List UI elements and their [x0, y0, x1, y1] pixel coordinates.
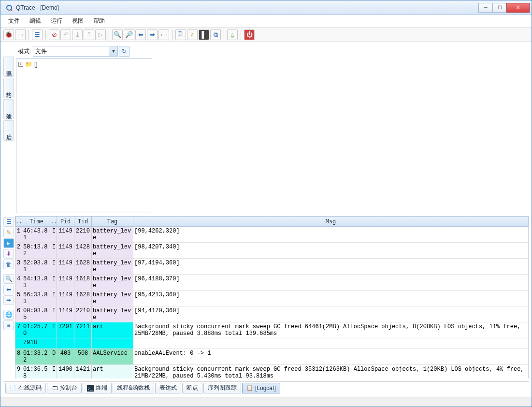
log-row[interactable]: 250:13.82I11491428battery_leve[98,4207,3… — [15, 243, 529, 259]
log-row[interactable]: 901:36.58I14001421artBackground sticky c… — [15, 365, 529, 378]
log-cell: 4 — [15, 275, 22, 291]
chevron-down-icon[interactable]: ▼ — [109, 46, 117, 56]
side-tab-remote[interactable]: 远程 — [3, 120, 14, 141]
col-tid[interactable]: Tid — [74, 216, 92, 227]
minimize-button[interactable]: ─ — [478, 3, 493, 13]
tree-view[interactable]: + 📁 [] — [16, 58, 152, 213]
log-row[interactable]: 600:03.85I11492210battery_leve[94,4170,3… — [15, 306, 529, 322]
col-level[interactable]: .. — [51, 216, 57, 227]
step-down-icon[interactable]: ⤓ — [72, 29, 83, 40]
log-cell: 1149 — [57, 227, 74, 243]
android-icon[interactable]: ⍙ — [227, 29, 238, 40]
log-cell: Background sticky concurrent mark sweep … — [133, 365, 529, 378]
tab-breakpoint[interactable]: 断点 — [182, 383, 202, 393]
log-cell: [98,4207,340] — [133, 243, 529, 259]
log-cell: 2 — [15, 243, 22, 259]
menu-run[interactable]: 运行 — [47, 15, 66, 27]
maximize-button[interactable]: ☐ — [492, 3, 507, 13]
bug-icon[interactable]: 🐞 — [3, 29, 14, 40]
nav-fwd-icon[interactable]: ➡ — [147, 29, 158, 40]
step-up-icon[interactable]: ⤒ — [84, 29, 94, 40]
rect-icon[interactable]: ▭ — [15, 29, 26, 40]
app-icon — [5, 4, 13, 12]
log-cell: 2210 — [74, 306, 92, 322]
undo-icon[interactable]: ↶ — [60, 29, 71, 40]
list-icon[interactable]: ☰ — [3, 217, 14, 227]
log-icon: 📋 — [246, 385, 253, 392]
record-icon[interactable]: ▸ — [3, 238, 14, 248]
bottom-pane: ☰ ✎ ▸ ⬇ 🗑 🔍 ⬅ ➡ 🌐 ≡ .. Time .. Pid — [3, 216, 529, 378]
tab-logcat[interactable]: 📋[Logcat] — [242, 383, 280, 393]
nav-back-icon[interactable]: ⬅ — [135, 29, 146, 40]
log-cell: 1149 — [57, 243, 74, 259]
log-cell: 1628 — [74, 259, 92, 275]
log-row[interactable]: 701:25.70I72017211artBackground sticky c… — [15, 322, 529, 338]
globe-icon[interactable]: 🌐 — [3, 310, 14, 320]
menubar: 文件 编辑 运行 视图 帮助 — [0, 15, 532, 28]
menu-edit[interactable]: 编辑 — [26, 15, 45, 27]
zoom-in-icon[interactable]: 🔍 — [112, 29, 123, 40]
nav-fwd-icon[interactable]: ➡ — [3, 295, 14, 305]
tab-online-source[interactable]: 📄在线源码 — [5, 383, 46, 393]
stop-icon[interactable]: ⊘ — [49, 29, 59, 40]
side-tab-source[interactable]: 源码 — [3, 57, 14, 77]
tree-root[interactable]: + 📁 [] — [18, 61, 150, 68]
windows-icon[interactable]: ⧉ — [210, 29, 221, 40]
trash-icon[interactable]: 🗑 — [3, 260, 14, 269]
log-row[interactable]: 352:03.81I11491628battery_leve[97,4194,3… — [15, 259, 529, 275]
log-scroll[interactable]: 146:43.81I11492210battery_leve[99,4262,3… — [15, 227, 529, 378]
blank-doc-icon[interactable]: ▭ — [158, 29, 169, 40]
console-icon[interactable]: ▌ — [199, 29, 209, 40]
bars-icon[interactable]: ≡ — [3, 320, 14, 330]
search-icon[interactable]: 🔍 — [3, 274, 14, 284]
log-row[interactable]: 801:33.22D403508AALServiceenableAALEvent… — [15, 349, 529, 365]
menu-help[interactable]: 帮助 — [89, 15, 109, 27]
separator — [109, 30, 109, 40]
log-toolbar: ☰ ✎ ▸ ⬇ 🗑 🔍 ⬅ ➡ 🌐 ≡ — [3, 216, 15, 378]
col-idx[interactable]: .. — [15, 216, 22, 227]
menu-view[interactable]: 视图 — [68, 15, 87, 27]
side-tab-resource[interactable]: 效能 — [3, 99, 14, 119]
side-tab-struct[interactable]: 结构 — [3, 78, 14, 98]
menu-file[interactable]: 文件 — [4, 15, 24, 27]
tab-threads[interactable]: 线程&函数栈 — [113, 383, 154, 393]
col-msg[interactable]: Msg — [133, 216, 529, 227]
col-time[interactable]: Time — [22, 216, 51, 227]
mode-select[interactable]: 文件 ▼ — [33, 46, 118, 57]
col-tag[interactable]: Tag — [92, 216, 133, 227]
toolbar: 🐞 ▭ ☰ ⊘ ↶ ⤓ ⤒ ▷ 🔍 🔎 ⬅ ➡ ▭ ⿻ ♯ ▌ ⧉ ⍙ ⏻ — [0, 28, 532, 42]
log-cell: 1149 — [57, 259, 74, 275]
log-cell: I — [51, 259, 57, 275]
log-row[interactable]: 454:13.83I11491618battery_leve[96,4188,3… — [15, 275, 529, 291]
col-pid[interactable]: Pid — [57, 216, 74, 227]
expand-icon[interactable]: + — [18, 62, 23, 67]
tune-icon[interactable]: ♯ — [187, 29, 198, 40]
log-row-sub[interactable]: 7918 — [15, 338, 529, 349]
log-cell: 01:36.58 — [22, 365, 51, 378]
power-icon[interactable]: ⏻ — [244, 29, 255, 40]
log-cell: battery_leve — [92, 291, 133, 306]
play-icon[interactable]: ▷ — [95, 29, 106, 40]
import-icon[interactable]: ⬇ — [3, 249, 14, 259]
mode-value: 文件 — [35, 47, 47, 56]
nav-back-icon[interactable]: ⬅ — [3, 285, 14, 294]
pencil-icon[interactable]: ✎ — [3, 228, 14, 237]
db-icon[interactable]: ☰ — [32, 29, 43, 40]
refresh-button[interactable]: ↻ — [119, 46, 129, 57]
tab-expr[interactable]: 表达式 — [155, 383, 181, 393]
tab-terminal[interactable]: ›_终端 — [83, 383, 112, 393]
log-header: .. Time .. Pid Tid Tag Msg — [15, 216, 529, 227]
log-row[interactable]: 146:43.81I11492210battery_leve[99,4262,3… — [15, 227, 529, 243]
log-cell: I — [51, 227, 57, 243]
statusbar — [0, 397, 532, 407]
diagram-icon[interactable]: ⿻ — [175, 29, 186, 40]
tab-console[interactable]: 🗔控制台 — [47, 383, 82, 393]
log-cell: I — [51, 243, 57, 259]
close-button[interactable]: ✕ — [506, 3, 530, 13]
log-cell: 1149 — [57, 291, 74, 306]
tab-sequence[interactable]: 序列图跟踪 — [203, 383, 241, 393]
log-cell: 50:13.82 — [22, 243, 51, 259]
zoom-out-icon[interactable]: 🔎 — [124, 29, 134, 40]
log-area: .. Time .. Pid Tid Tag Msg 146:43.81I114… — [15, 216, 529, 378]
log-row[interactable]: 556:33.83I11491628battery_leve[95,4213,3… — [15, 291, 529, 306]
